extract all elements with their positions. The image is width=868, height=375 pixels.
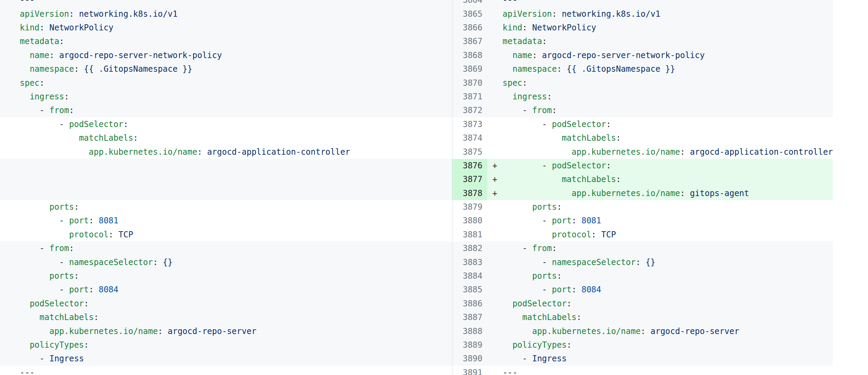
new-code-line: - podSelector:	[503, 159, 833, 172]
line-marker	[487, 255, 503, 269]
new-line-number[interactable]: 3888	[452, 324, 487, 338]
line-marker	[487, 200, 503, 214]
new-code-line: matchLabels:	[503, 172, 833, 186]
old-code-line: ports:	[0, 200, 452, 214]
diff-row: policyTypes:3889 policyTypes:	[0, 338, 833, 352]
line-marker	[487, 21, 503, 34]
new-code-line: - Ingress	[503, 352, 833, 365]
diff-row: matchLabels:3887 matchLabels:	[0, 310, 833, 324]
diff-row: matchLabels:3874 matchLabels:	[0, 131, 833, 145]
new-code-line: matchLabels:	[503, 131, 833, 145]
diff-row: 3877+ matchLabels:	[0, 172, 833, 186]
line-marker	[487, 241, 503, 255]
old-code-line: - from:	[0, 103, 452, 117]
new-code-line: policyTypes:	[503, 338, 833, 352]
old-code-line: namespace: {{ .GitopsNamespace }}	[0, 62, 452, 76]
diff-row: - from:3872 - from:	[0, 103, 833, 117]
new-line-number[interactable]: 3882	[452, 241, 487, 255]
line-marker	[487, 269, 503, 283]
diff-row: kind: NetworkPolicy3866kind: NetworkPoli…	[0, 21, 833, 34]
line-marker	[487, 338, 503, 352]
new-line-number[interactable]: 3883	[452, 255, 487, 269]
new-code-line: podSelector:	[503, 297, 833, 310]
new-line-number[interactable]: 3875	[452, 145, 487, 159]
new-line-number[interactable]: 3891	[452, 366, 487, 375]
new-line-number[interactable]: 3869	[452, 62, 487, 76]
old-code-line: spec:	[0, 76, 452, 90]
new-line-number[interactable]: 3866	[452, 21, 487, 34]
diff-row: name: argocd-repo-server-network-policy3…	[0, 48, 833, 62]
diff-row: ---3864---	[0, 0, 833, 7]
diff-row: - Ingress3890 - Ingress	[0, 352, 833, 365]
new-line-number[interactable]: 3872	[452, 103, 487, 117]
new-line-number[interactable]: 3886	[452, 297, 487, 310]
old-code-line: - port: 8081	[0, 214, 452, 227]
old-code-line: - port: 8084	[0, 283, 452, 296]
new-code-line: ports:	[503, 200, 833, 214]
line-marker	[487, 145, 503, 159]
line-marker	[487, 352, 503, 365]
new-code-line: app.kubernetes.io/name: gitops-agent	[503, 186, 833, 200]
new-line-number[interactable]: 3880	[452, 214, 487, 227]
diff-row: ports:3884 ports:	[0, 269, 833, 283]
new-code-line: kind: NetworkPolicy	[503, 21, 833, 34]
new-code-line: - port: 8081	[503, 214, 833, 227]
new-line-number[interactable]: 3867	[452, 34, 487, 48]
new-line-number[interactable]: 3865	[452, 7, 487, 21]
old-code-line: ---	[0, 366, 452, 375]
old-code-line: app.kubernetes.io/name: argocd-applicati…	[0, 145, 452, 159]
line-marker	[487, 324, 503, 338]
diff-row: 3878+ app.kubernetes.io/name: gitops-age…	[0, 186, 833, 200]
old-code-line: policyTypes:	[0, 338, 452, 352]
old-code-line: apiVersion: networking.k8s.io/v1	[0, 7, 452, 21]
old-code-line: - podSelector:	[0, 117, 452, 131]
new-line-number[interactable]: 3868	[452, 48, 487, 62]
old-code-line: podSelector:	[0, 297, 452, 310]
new-code-line: - namespaceSelector: {}	[503, 255, 833, 269]
new-line-number[interactable]: 3876	[452, 159, 487, 172]
new-code-line: - podSelector:	[503, 117, 833, 131]
new-code-line: namespace: {{ .GitopsNamespace }}	[503, 62, 833, 76]
new-line-number[interactable]: 3870	[452, 76, 487, 90]
line-marker	[487, 76, 503, 90]
line-marker	[487, 48, 503, 62]
diff-row: app.kubernetes.io/name: argocd-repo-serv…	[0, 324, 833, 338]
new-code-line: name: argocd-repo-server-network-policy	[503, 48, 833, 62]
added-line-marker: +	[487, 159, 503, 172]
old-code-line: - namespaceSelector: {}	[0, 255, 452, 269]
diff-row: - namespaceSelector: {}3883 - namespaceS…	[0, 255, 833, 269]
new-line-number[interactable]: 3864	[452, 0, 487, 7]
new-line-number[interactable]: 3878	[452, 186, 487, 200]
old-code-line: matchLabels:	[0, 131, 452, 145]
new-line-number[interactable]: 3884	[452, 269, 487, 283]
new-line-number[interactable]: 3879	[452, 200, 487, 214]
old-code-line: metadata:	[0, 34, 452, 48]
added-line-marker: +	[487, 186, 503, 200]
old-code-line	[0, 159, 452, 172]
line-marker	[487, 131, 503, 145]
new-line-number[interactable]: 3871	[452, 90, 487, 103]
diff-row: - from:3882 - from:	[0, 241, 833, 255]
old-code-line: ports:	[0, 269, 452, 283]
line-marker	[487, 0, 503, 7]
old-code-line: app.kubernetes.io/name: argocd-repo-serv…	[0, 324, 452, 338]
new-code-line: ---	[503, 0, 833, 7]
new-code-line: apiVersion: networking.k8s.io/v1	[503, 7, 833, 21]
diff-row: ---3891---	[0, 366, 833, 375]
line-marker	[487, 117, 503, 131]
new-line-number[interactable]: 3881	[452, 228, 487, 241]
new-line-number[interactable]: 3877	[452, 172, 487, 186]
new-code-line: - from:	[503, 241, 833, 255]
old-code-line: name: argocd-repo-server-network-policy	[0, 48, 452, 62]
new-line-number[interactable]: 3889	[452, 338, 487, 352]
new-code-line: - from:	[503, 103, 833, 117]
old-code-line	[0, 172, 452, 186]
new-code-line: app.kubernetes.io/name: argocd-applicati…	[503, 145, 833, 159]
new-line-number[interactable]: 3887	[452, 310, 487, 324]
diff-row: - port: 80843885 - port: 8084	[0, 283, 833, 296]
new-line-number[interactable]: 3873	[452, 117, 487, 131]
new-line-number[interactable]: 3885	[452, 283, 487, 296]
diff-row: - podSelector:3873 - podSelector:	[0, 117, 833, 131]
new-line-number[interactable]: 3874	[452, 131, 487, 145]
new-line-number[interactable]: 3890	[452, 352, 487, 365]
